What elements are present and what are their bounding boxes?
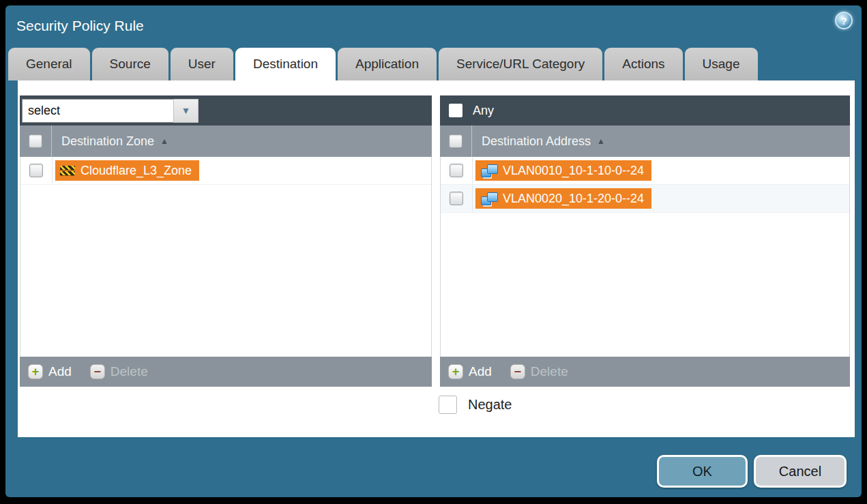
ok-button[interactable]: OK <box>657 455 748 488</box>
help-icon[interactable]: ? <box>835 12 853 29</box>
delete-icon: − <box>510 364 525 379</box>
address-row: VLAN0010_10-1-10-0--24 <box>441 157 849 185</box>
destination-tab-content: ▼ Destination Zone ▲ <box>18 80 855 437</box>
zone-row-checkbox[interactable] <box>29 164 43 177</box>
network-icon <box>480 164 497 178</box>
zone-list: Cloudflare_L3_Zone <box>20 157 432 357</box>
address-item-label: VLAN0020_10-1-20-0--24 <box>503 192 644 206</box>
delete-icon: − <box>90 364 105 379</box>
zone-add-button[interactable]: + Add <box>28 364 72 379</box>
negate-option: Negate <box>439 396 512 414</box>
address-delete-button[interactable]: − Delete <box>510 364 568 379</box>
address-item-label: VLAN0010_10-1-10-0--24 <box>503 164 644 178</box>
zone-item[interactable]: Cloudflare_L3_Zone <box>55 160 199 181</box>
address-select-all-cell <box>440 125 472 157</box>
negate-checkbox[interactable] <box>439 396 457 414</box>
add-icon: + <box>28 364 43 379</box>
address-select-all-checkbox[interactable] <box>449 134 462 148</box>
add-icon: + <box>448 364 463 379</box>
network-icon <box>480 192 497 206</box>
tab-service-url-category[interactable]: Service/URL Category <box>439 48 602 80</box>
dialog-title: Security Policy Rule <box>16 18 144 34</box>
address-row-checkbox[interactable] <box>450 192 463 205</box>
tab-general[interactable]: General <box>8 48 90 80</box>
address-delete-label: Delete <box>531 364 568 379</box>
zone-row: Cloudflare_L3_Zone <box>20 157 431 185</box>
zone-panel-footer: + Add − Delete <box>20 357 432 387</box>
negate-label: Negate <box>468 397 512 413</box>
any-option: Any <box>442 104 494 118</box>
zone-select-dropdown-button[interactable]: ▼ <box>173 99 199 123</box>
tab-actions[interactable]: Actions <box>604 48 682 80</box>
tab-usage[interactable]: Usage <box>685 48 758 80</box>
zone-select-all-checkbox[interactable] <box>29 134 42 148</box>
chevron-down-icon: ▼ <box>181 105 191 116</box>
screen-background: Security Policy Rule ? General Source Us… <box>0 0 867 504</box>
tab-destination[interactable]: Destination <box>235 48 336 86</box>
address-item[interactable]: VLAN0010_10-1-10-0--24 <box>475 160 651 181</box>
zone-column-header: Destination Zone ▲ <box>20 125 432 157</box>
address-panel-toolbar: Any <box>440 95 850 125</box>
zone-delete-label: Delete <box>111 364 148 379</box>
address-row-checkbox[interactable] <box>450 164 463 177</box>
address-item[interactable]: VLAN0020_10-1-20-0--24 <box>475 188 651 209</box>
zone-select-all-cell <box>20 125 52 157</box>
zone-panel-toolbar: ▼ <box>20 95 432 125</box>
cancel-button[interactable]: Cancel <box>754 455 847 488</box>
any-label: Any <box>473 104 494 118</box>
zone-icon <box>60 165 75 176</box>
address-column-label[interactable]: Destination Address <box>482 134 591 149</box>
tab-user[interactable]: User <box>171 48 233 80</box>
tab-source[interactable]: Source <box>92 48 168 80</box>
zone-add-label: Add <box>48 364 72 379</box>
address-list: VLAN0010_10-1-10-0--24 VLAN0020_10-1-20-… <box>440 157 850 357</box>
address-row: VLAN0020_10-1-20-0--24 <box>441 185 849 213</box>
any-checkbox[interactable] <box>449 104 462 117</box>
address-panel-footer: + Add − Delete <box>440 357 850 387</box>
address-add-label: Add <box>469 364 492 379</box>
sort-ascending-icon: ▲ <box>597 136 605 146</box>
zone-delete-button[interactable]: − Delete <box>90 364 148 379</box>
tab-application[interactable]: Application <box>338 48 437 80</box>
address-column-header: Destination Address ▲ <box>440 125 850 157</box>
zone-row-checkbox-cell <box>20 157 53 184</box>
address-add-button[interactable]: + Add <box>448 364 492 379</box>
address-row-checkbox-cell <box>441 157 473 184</box>
destination-zone-panel: ▼ Destination Zone ▲ <box>20 95 432 387</box>
security-policy-rule-dialog: Security Policy Rule ? General Source Us… <box>5 5 862 497</box>
zone-item-label: Cloudflare_L3_Zone <box>80 164 192 178</box>
zone-column-label[interactable]: Destination Zone <box>61 134 154 149</box>
address-row-checkbox-cell <box>441 185 473 212</box>
zone-select-input[interactable] <box>22 99 173 123</box>
sort-ascending-icon: ▲ <box>160 136 168 146</box>
destination-address-panel: Any Destination Address ▲ <box>440 95 850 387</box>
